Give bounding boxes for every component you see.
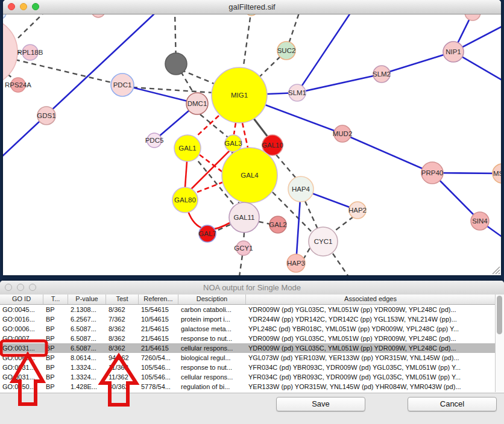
noa-traffic-lights [5, 284, 36, 291]
cell-p_value: 2.1308... [68, 305, 106, 314]
cell-reference: 21/54615 [139, 324, 178, 334]
node-top-right-pink-node[interactable] [465, 14, 480, 20]
column-header-test[interactable]: Test [106, 295, 139, 304]
cell-test: 94/362 [106, 353, 139, 363]
table-row[interactable]: GO:0065...BP8.0614...94/3627260/54...bio… [0, 353, 496, 363]
cell-go_id: GO:0007... [0, 334, 43, 343]
resize-grip [499, 273, 500, 274]
graph-edge [234, 123, 236, 134]
graph-edge [200, 155, 224, 173]
node-label-DMC1: DMC1 [187, 100, 207, 107]
node-label-RPL18B: RPL18B [17, 49, 43, 56]
graph-edge [333, 217, 353, 232]
cell-desciption: cellular respons... [178, 372, 246, 382]
zoom-button[interactable] [32, 3, 39, 10]
table-row[interactable]: GO:0016...BP6.2567...7/36210/54615protei… [0, 314, 496, 324]
vertical-scrollbar[interactable] [495, 295, 504, 392]
table-row[interactable]: GO:0031...BP1.3324...11/362105/546...cel… [0, 372, 496, 382]
graph-edge [18, 14, 45, 38]
zoom-button[interactable] [29, 284, 36, 291]
node-label-SUC2: SUC2 [277, 47, 296, 54]
table-row[interactable]: GO:0045...BP2.1308...8/36215/54615carbon… [0, 305, 496, 314]
cell-p_value: 1.3324... [68, 372, 106, 382]
graph-edge [185, 161, 187, 187]
node-label-GAL4: GAL4 [241, 172, 259, 179]
close-button[interactable] [8, 3, 15, 10]
node-label-GAL1: GAL1 [178, 145, 196, 152]
cell-test: 8/362 [106, 305, 139, 314]
cell-go_id: GO:0065... [0, 353, 43, 363]
cell-test: 11/362 [106, 363, 139, 372]
cell-desciption: galactose meta... [178, 324, 246, 334]
node-label-GAL11: GAL11 [234, 214, 255, 221]
node-label-GAL10: GAL10 [262, 142, 283, 149]
cell-associated: YFR034C (pd) YBR093C, YDR009W (pd) YGL03… [246, 363, 496, 372]
cell-go_id: GO:0031... [0, 343, 43, 353]
graph-edge [276, 155, 297, 179]
node-label-MSL1: MSL1 [493, 170, 501, 177]
node-label-PRP40: PRP40 [421, 169, 443, 176]
cell-type: BP [43, 334, 68, 343]
node-top-green-node[interactable] [245, 14, 257, 16]
graph-edge [342, 134, 432, 173]
table-row[interactable]: GO:0050...BP1.428E...80/3625778/54...reg… [0, 382, 496, 391]
cell-desciption: regulation of bi... [178, 382, 246, 391]
node-label-MIG1: MIG1 [231, 92, 248, 99]
cell-p_value: 8.0614... [68, 353, 106, 363]
graph-edge [305, 201, 318, 229]
node-label-GDS1: GDS1 [37, 112, 55, 119]
cell-p_value: 6.5087... [68, 334, 106, 343]
cell-desciption: biological regul... [178, 353, 246, 363]
node-unnamed-gray[interactable] [165, 53, 187, 75]
cell-test: 7/362 [106, 314, 139, 324]
cell-reference: 21/54615 [139, 334, 178, 343]
cell-p_value: 6.2567... [68, 314, 106, 324]
minimize-button[interactable] [17, 284, 24, 291]
scrollbar-thumb[interactable] [497, 296, 502, 334]
column-header-go_id[interactable]: GO ID [0, 295, 43, 304]
traffic-lights [8, 3, 39, 10]
cell-type: BP [43, 305, 68, 314]
save-button[interactable]: Save [276, 397, 365, 411]
graph-edge [243, 14, 251, 70]
column-header-associated[interactable]: Associated edges [246, 295, 496, 304]
minimize-button[interactable] [20, 3, 27, 10]
cell-type: BP [43, 372, 68, 382]
cell-reference: 105/546... [139, 363, 178, 372]
node-label-HAP4: HAP4 [292, 186, 310, 193]
cell-test: 8/362 [106, 343, 139, 353]
column-header-p_value[interactable]: P-value [68, 295, 106, 304]
node-label-CYC1: CYC1 [314, 238, 333, 245]
column-header-reference[interactable]: Referen... [139, 295, 178, 304]
cell-reference: 105/546... [139, 372, 178, 382]
cell-test: 11/362 [106, 372, 139, 382]
cell-associated: YDR244W (pp) YDR142C, YDR142C (pp) YGL15… [246, 314, 496, 324]
table-row[interactable]: GO:0007...BP6.5087...8/36221/54615respon… [0, 334, 496, 343]
cell-type: BP [43, 363, 68, 372]
close-button[interactable] [5, 284, 12, 291]
table-body: GO:0045...BP2.1308...8/36215/54615carbon… [0, 305, 496, 391]
cell-p_value: 6.5087... [68, 324, 106, 334]
node-top-left-node[interactable] [3, 14, 6, 19]
node-label-SLM1: SLM1 [288, 89, 306, 96]
column-header-type[interactable]: T... [43, 295, 68, 304]
graph-edge [333, 254, 348, 275]
network-canvas[interactable]: RPL18BRPS24AGDS1PDC1MIG1DMC1SUC2SLM1SLM2… [3, 14, 501, 275]
cell-go_id: GO:0045... [0, 305, 43, 314]
network-graph: RPL18BRPS24AGDS1PDC1MIG1DMC1SUC2SLM1SLM2… [3, 14, 501, 275]
table-row[interactable]: GO:0031...BP1.3324...11/362105/546...res… [0, 363, 496, 372]
cell-type: BP [43, 343, 68, 353]
node-top-pink-node[interactable] [92, 14, 105, 17]
cell-desciption: cellular respons... [178, 343, 246, 353]
cell-type: BP [43, 353, 68, 363]
cell-desciption: protein import i... [178, 314, 246, 324]
column-header-desciption[interactable]: Desciption [178, 295, 246, 304]
table-row[interactable]: GO:0031...BP6.5087...8/36221/54615cellul… [0, 343, 496, 353]
noa-window-titlebar[interactable]: NOA output for Single Mode [0, 281, 504, 295]
table-row[interactable]: GO:0006...BP6.5087...8/36221/54615galact… [0, 324, 496, 334]
network-window-titlebar[interactable]: galFiltered.sif [3, 0, 501, 14]
cell-desciption: response to nut... [178, 334, 246, 343]
cancel-button[interactable]: Cancel [408, 397, 497, 411]
node-label-SIN4: SIN4 [472, 217, 488, 225]
desktop: galFiltered.sif RPL18BRPS24AGDS1PDC1MIG1… [0, 0, 504, 424]
